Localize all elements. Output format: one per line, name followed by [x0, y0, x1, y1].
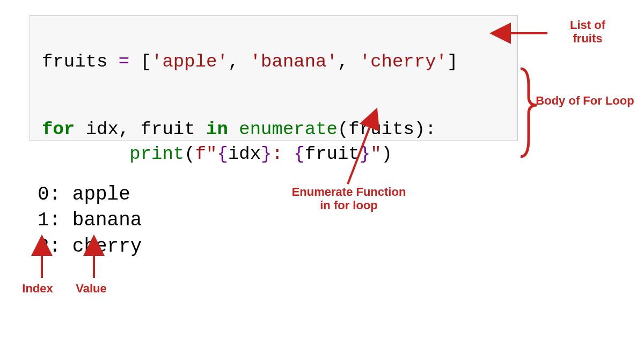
var-fruits: fruits — [42, 52, 107, 72]
enumerate-call: enumerate — [239, 119, 338, 139]
annot-value: Value — [70, 282, 113, 295]
blank-line — [42, 75, 506, 93]
output-line-2: 2: cherry — [38, 236, 142, 258]
annot-index: Index — [16, 282, 59, 295]
code-block: fruits = ['apple', 'banana', 'cherry'] f… — [30, 15, 518, 141]
output-line-0: 0: apple — [38, 183, 130, 205]
line-2: for idx, fruit in enumerate(fruits): — [42, 119, 436, 139]
annot-list-of-fruits: List of fruits — [550, 18, 625, 46]
brace-for-loop-body — [521, 69, 537, 157]
annot-body-of-for-loop: Body of For Loop — [531, 94, 639, 107]
output-line-1: 1: banana — [38, 209, 142, 231]
line-1: fruits = ['apple', 'banana', 'cherry'] — [42, 52, 458, 72]
output-block: 0: apple 1: banana 2: cherry — [38, 156, 142, 260]
annot-enumerate-fn: Enumerate Function in for loop — [287, 185, 411, 212]
